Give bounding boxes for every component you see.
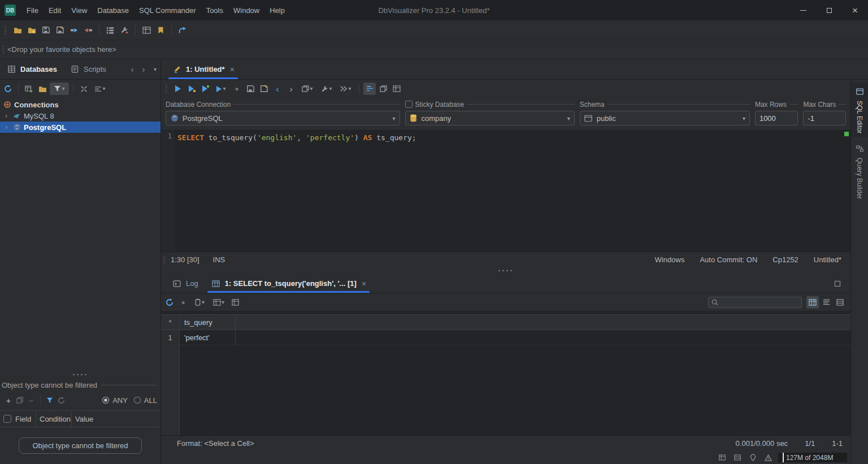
- tab-scripts[interactable]: Scripts: [63, 59, 112, 79]
- result-tab-close-icon[interactable]: ×: [362, 279, 366, 288]
- search-input[interactable]: [721, 298, 798, 306]
- collapse-all-icon[interactable]: [77, 83, 90, 95]
- continue-on-error-icon[interactable]: ▾: [337, 83, 355, 95]
- tabs-prev-icon[interactable]: ‹: [127, 59, 138, 79]
- connect-icon[interactable]: [68, 24, 80, 36]
- navigator-icon[interactable]: [176, 24, 189, 36]
- save-editor-as-icon[interactable]: [258, 83, 270, 95]
- connection-dropdown[interactable]: PostgreSQL ▾: [166, 111, 400, 125]
- ts-query-cell[interactable]: 'perfect': [180, 330, 236, 345]
- status-pin-icon[interactable]: [748, 453, 758, 463]
- menu-file[interactable]: File: [21, 3, 44, 18]
- statusbar-drag-handle[interactable]: [163, 255, 166, 264]
- menu-tools[interactable]: Tools: [201, 3, 228, 18]
- database-dropdown[interactable]: company ▾: [405, 111, 575, 125]
- tree-options-icon[interactable]: ▾: [91, 83, 109, 95]
- menu-database[interactable]: Database: [92, 3, 134, 18]
- clear-filter-icon[interactable]: [56, 395, 66, 405]
- save-icon[interactable]: [40, 24, 52, 36]
- tree-item-postgresql[interactable]: › PostgreSQL: [0, 122, 160, 133]
- column-header-ts-query[interactable]: ts_query: [180, 315, 236, 329]
- menu-edit[interactable]: Edit: [44, 3, 66, 18]
- result-search-box[interactable]: [708, 297, 802, 308]
- max-rows-input[interactable]: 1000: [755, 111, 798, 125]
- radio-any[interactable]: ANY: [102, 396, 128, 405]
- filter-toggle-icon[interactable]: ▾: [50, 83, 69, 95]
- sticky-database-checkbox[interactable]: [405, 101, 413, 108]
- history-back-icon[interactable]: ‹: [271, 83, 284, 95]
- open-favorite-folder-icon[interactable]: [25, 24, 38, 36]
- rerun-query-icon[interactable]: [163, 296, 176, 309]
- form-view-icon[interactable]: [834, 296, 846, 309]
- maximize-button[interactable]: [816, 0, 842, 20]
- execute-icon[interactable]: [172, 83, 184, 95]
- grid-view-icon[interactable]: [806, 296, 819, 309]
- tabs-next-icon[interactable]: ›: [138, 59, 149, 79]
- maximize-panel-icon[interactable]: [832, 279, 843, 289]
- filter-select-all-checkbox[interactable]: [3, 415, 11, 423]
- disconnect-icon[interactable]: [82, 24, 94, 36]
- execute-current-icon[interactable]: [185, 83, 198, 95]
- sql-editor-area[interactable]: 1 SELECT to_tsquery('english', 'perfectl…: [161, 130, 850, 251]
- radio-all[interactable]: ALL: [133, 396, 157, 405]
- minimize-button[interactable]: [790, 0, 816, 20]
- save-as-icon[interactable]: [54, 24, 66, 36]
- export-grid-icon[interactable]: ▾: [210, 296, 228, 309]
- max-chars-input[interactable]: -1: [803, 111, 846, 125]
- history-forward-icon[interactable]: ›: [285, 83, 297, 95]
- format-sql-icon[interactable]: [363, 83, 376, 95]
- editor-tab-untitled[interactable]: 1: Untitled* ×: [166, 59, 241, 79]
- menu-view[interactable]: View: [66, 3, 92, 18]
- tree-item-connections[interactable]: Connections: [0, 99, 160, 110]
- menu-sql-commander[interactable]: SQL Commander: [134, 3, 201, 18]
- toolbar-drag-handle[interactable]: [165, 84, 168, 93]
- toolbar-drag-handle[interactable]: [4, 25, 7, 34]
- duplicate-filter-icon[interactable]: [15, 395, 25, 405]
- open-folder-icon[interactable]: [11, 24, 24, 36]
- tab-databases[interactable]: Databases: [0, 59, 63, 79]
- save-editor-icon[interactable]: [244, 83, 257, 95]
- menu-help[interactable]: Help: [264, 3, 290, 18]
- tabs-menu-chevron-icon[interactable]: ▾: [149, 59, 160, 79]
- refresh-icon[interactable]: [2, 83, 14, 95]
- copy-results-icon[interactable]: ▾: [190, 296, 209, 309]
- table-data-icon[interactable]: [140, 24, 153, 36]
- describe-table-icon[interactable]: [229, 296, 241, 309]
- memory-indicator[interactable]: 127M of 2048M: [778, 453, 847, 462]
- filter-disabled-button[interactable]: Object type cannot be filtered: [19, 437, 142, 454]
- grid-empty-area[interactable]: [180, 345, 850, 435]
- text-view-icon[interactable]: [820, 296, 832, 309]
- menu-window[interactable]: Window: [228, 3, 264, 18]
- editor-options-icon[interactable]: ▾: [318, 83, 336, 95]
- stop-load-icon[interactable]: ●: [177, 296, 189, 309]
- favorites-drag-handle[interactable]: [2, 45, 5, 54]
- create-table-icon[interactable]: [23, 83, 35, 95]
- sql-code[interactable]: SELECT to_tsquery('english', 'perfectly'…: [175, 131, 850, 251]
- copy-buffer-icon[interactable]: [377, 83, 389, 95]
- tab-log[interactable]: Log: [166, 274, 205, 293]
- tool-properties-icon[interactable]: [118, 24, 131, 36]
- execute-menu-icon[interactable]: ▾: [212, 83, 229, 95]
- sidebar-splitter[interactable]: [0, 371, 160, 378]
- row-header-cell[interactable]: *: [161, 315, 180, 329]
- add-filter-icon[interactable]: +: [3, 395, 14, 405]
- editor-tab-close-icon[interactable]: ×: [230, 65, 235, 74]
- close-button[interactable]: ×: [842, 0, 868, 20]
- show-editor-grid-icon[interactable]: [390, 83, 403, 95]
- status-warning-icon[interactable]: [763, 453, 773, 463]
- apply-filter-icon[interactable]: [45, 395, 55, 405]
- execute-buffer-icon[interactable]: [199, 83, 211, 95]
- properties-list-icon[interactable]: [104, 24, 116, 36]
- vtab-query-builder[interactable]: Query Builder: [851, 140, 868, 203]
- tree-item-mysql[interactable]: › MySQL 8: [0, 110, 160, 122]
- tab-result-set[interactable]: 1: SELECT to_tsquery('english', '... [1]…: [205, 274, 372, 293]
- status-grid-icon[interactable]: [717, 453, 727, 463]
- row-number-cell[interactable]: 1: [161, 330, 180, 345]
- status-table-icon[interactable]: [732, 453, 743, 463]
- remove-filter-icon[interactable]: −: [26, 395, 36, 405]
- vtab-sql-editor[interactable]: SQL Editor: [851, 83, 868, 137]
- horizontal-splitter[interactable]: [161, 267, 850, 274]
- schema-dropdown[interactable]: public ▾: [580, 111, 750, 125]
- expand-chevron-icon[interactable]: ›: [3, 112, 10, 120]
- grid-data-row[interactable]: 1 'perfect': [161, 330, 850, 345]
